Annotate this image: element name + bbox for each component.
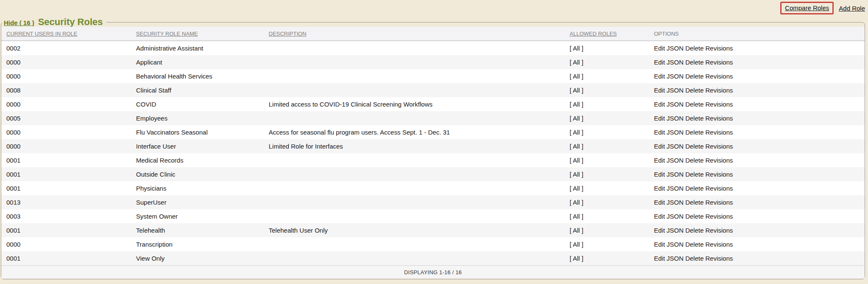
table-row: 0000 Interface User Limited Role for Int…	[1, 139, 865, 153]
sort-link-current-users[interactable]: CURRENT USERS IN ROLE	[6, 31, 77, 37]
column-header-current-users: CURRENT USERS IN ROLE	[6, 31, 136, 37]
sort-link-description[interactable]: DESCRIPTION	[269, 31, 306, 37]
delete-link[interactable]: Delete	[685, 241, 704, 248]
json-link[interactable]: JSON	[667, 59, 684, 66]
revisions-link[interactable]: Revisions	[705, 129, 733, 136]
edit-link[interactable]: Edit	[654, 73, 665, 80]
json-link[interactable]: JSON	[667, 129, 684, 136]
current-users-cell: 0001	[6, 157, 136, 164]
json-link[interactable]: JSON	[667, 73, 684, 80]
sort-link-allowed-roles[interactable]: ALLOWED ROLES	[570, 31, 617, 37]
table-row: 0000 Behavioral Health Services [ All ] …	[1, 69, 865, 83]
edit-link[interactable]: Edit	[654, 185, 665, 192]
role-name-cell: Flu Vaccinators Seasonal	[136, 129, 269, 136]
options-cell: EditJSONDeleteRevisions	[654, 199, 865, 206]
json-link[interactable]: JSON	[667, 227, 684, 234]
delete-link[interactable]: Delete	[685, 199, 704, 206]
delete-link[interactable]: Delete	[685, 59, 704, 66]
revisions-link[interactable]: Revisions	[705, 73, 733, 80]
delete-link[interactable]: Delete	[685, 73, 704, 80]
delete-link[interactable]: Delete	[685, 101, 704, 108]
table-row: 0000 COVID Limited access to COVID-19 Cl…	[1, 97, 865, 111]
column-header-options: OPTIONS	[654, 31, 865, 37]
current-users-cell: 0000	[6, 101, 136, 108]
json-link[interactable]: JSON	[667, 241, 684, 248]
edit-link[interactable]: Edit	[654, 227, 665, 234]
revisions-link[interactable]: Revisions	[705, 157, 733, 164]
json-link[interactable]: JSON	[667, 45, 684, 52]
json-link[interactable]: JSON	[667, 157, 684, 164]
delete-link[interactable]: Delete	[685, 185, 704, 192]
delete-link[interactable]: Delete	[685, 45, 704, 52]
allowed-roles-cell: [ All ]	[570, 45, 654, 52]
delete-link[interactable]: Delete	[685, 227, 704, 234]
delete-link[interactable]: Delete	[685, 213, 704, 220]
json-link[interactable]: JSON	[667, 199, 684, 206]
compare-roles-link[interactable]: Compare Roles	[785, 4, 829, 11]
revisions-link[interactable]: Revisions	[705, 255, 733, 262]
current-users-cell: 0005	[6, 115, 136, 122]
table-row: 0001 Physicians [ All ] EditJSONDeleteRe…	[1, 181, 865, 195]
column-label-options: OPTIONS	[654, 31, 679, 37]
json-link[interactable]: JSON	[667, 101, 684, 108]
table-footer: DISPLAYING 1-16 / 16	[1, 265, 865, 278]
revisions-link[interactable]: Revisions	[705, 185, 733, 192]
description-cell: Telehealth User Only	[269, 227, 570, 234]
delete-link[interactable]: Delete	[685, 115, 704, 122]
role-name-cell: COVID	[136, 101, 269, 108]
json-link[interactable]: JSON	[667, 143, 684, 150]
revisions-link[interactable]: Revisions	[705, 241, 733, 248]
options-cell: EditJSONDeleteRevisions	[654, 101, 865, 108]
revisions-link[interactable]: Revisions	[705, 87, 733, 94]
edit-link[interactable]: Edit	[654, 101, 665, 108]
edit-link[interactable]: Edit	[654, 45, 665, 52]
edit-link[interactable]: Edit	[654, 199, 665, 206]
description-cell: Limited access to COVID-19 Clinical Scre…	[269, 101, 570, 108]
json-link[interactable]: JSON	[667, 171, 684, 178]
options-cell: EditJSONDeleteRevisions	[654, 185, 865, 192]
sort-link-role-name[interactable]: SECURITY ROLE NAME	[136, 31, 198, 37]
edit-link[interactable]: Edit	[654, 255, 665, 262]
revisions-link[interactable]: Revisions	[705, 171, 733, 178]
edit-link[interactable]: Edit	[654, 213, 665, 220]
allowed-roles-cell: [ All ]	[570, 115, 654, 122]
current-users-cell: 0002	[6, 45, 136, 52]
delete-link[interactable]: Delete	[685, 143, 704, 150]
revisions-link[interactable]: Revisions	[705, 45, 733, 52]
revisions-link[interactable]: Revisions	[705, 59, 733, 66]
edit-link[interactable]: Edit	[654, 143, 665, 150]
delete-link[interactable]: Delete	[685, 87, 704, 94]
delete-link[interactable]: Delete	[685, 255, 704, 262]
delete-link[interactable]: Delete	[685, 129, 704, 136]
json-link[interactable]: JSON	[667, 213, 684, 220]
edit-link[interactable]: Edit	[654, 59, 665, 66]
edit-link[interactable]: Edit	[654, 171, 665, 178]
table-row: 0000 Transcription [ All ] EditJSONDelet…	[1, 237, 865, 251]
delete-link[interactable]: Delete	[685, 171, 704, 178]
edit-link[interactable]: Edit	[654, 157, 665, 164]
revisions-link[interactable]: Revisions	[705, 101, 733, 108]
options-cell: EditJSONDeleteRevisions	[654, 87, 865, 94]
current-users-cell: 0003	[6, 213, 136, 220]
edit-link[interactable]: Edit	[654, 115, 665, 122]
current-users-cell: 0000	[6, 59, 136, 66]
options-cell: EditJSONDeleteRevisions	[654, 255, 865, 262]
revisions-link[interactable]: Revisions	[705, 227, 733, 234]
options-cell: EditJSONDeleteRevisions	[654, 227, 865, 234]
edit-link[interactable]: Edit	[654, 241, 665, 248]
revisions-link[interactable]: Revisions	[705, 143, 733, 150]
delete-link[interactable]: Delete	[685, 157, 704, 164]
json-link[interactable]: JSON	[667, 185, 684, 192]
json-link[interactable]: JSON	[667, 255, 684, 262]
page-title: Security Roles	[38, 17, 103, 28]
revisions-link[interactable]: Revisions	[705, 199, 733, 206]
json-link[interactable]: JSON	[667, 87, 684, 94]
revisions-link[interactable]: Revisions	[705, 213, 733, 220]
table-row: 0008 Clinical Staff [ All ] EditJSONDele…	[1, 83, 865, 97]
edit-link[interactable]: Edit	[654, 87, 665, 94]
edit-link[interactable]: Edit	[654, 129, 665, 136]
revisions-link[interactable]: Revisions	[705, 115, 733, 122]
json-link[interactable]: JSON	[667, 115, 684, 122]
compare-roles-highlight: Compare Roles	[780, 2, 834, 14]
add-role-link[interactable]: Add Role	[839, 5, 865, 12]
